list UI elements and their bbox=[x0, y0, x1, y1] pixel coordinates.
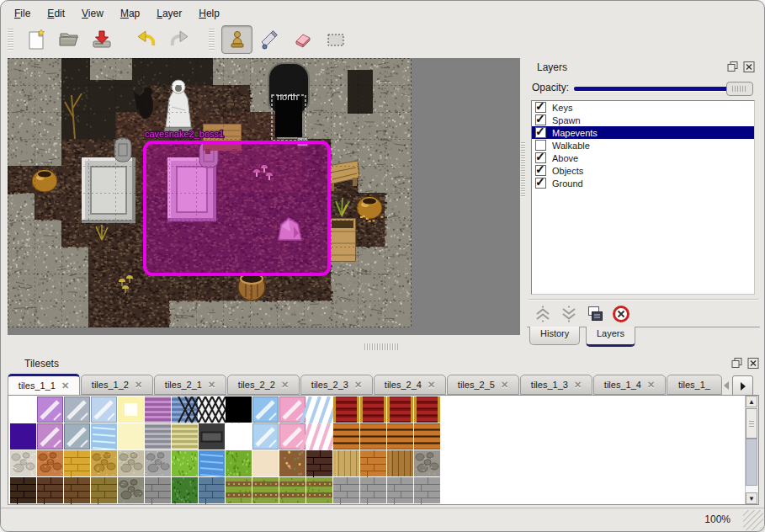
tileset-tab[interactable]: tiles_1_ bbox=[667, 375, 722, 395]
tileset-tab[interactable]: tiles_1_4✕ bbox=[593, 375, 666, 395]
tileset-tab[interactable]: tiles_1_3✕ bbox=[520, 375, 592, 395]
tileset-palette[interactable]: ▲ ▼ bbox=[8, 395, 759, 505]
divider bbox=[529, 299, 758, 301]
tab-close-icon[interactable]: ✕ bbox=[354, 380, 362, 391]
opacity-slider-track[interactable] bbox=[574, 87, 752, 91]
tab-layers[interactable]: Layers bbox=[586, 327, 635, 347]
toolbar bbox=[6, 24, 352, 55]
delete-layer-button[interactable] bbox=[610, 303, 632, 324]
layer-checkbox[interactable] bbox=[535, 178, 546, 189]
save-map-button[interactable] bbox=[86, 25, 117, 54]
menu-layer[interactable]: Layer bbox=[148, 5, 190, 22]
tileset-tab-bar: tiles_1_1✕ tiles_1_2✕ tiles_2_1✕ tiles_2… bbox=[8, 374, 759, 395]
undo-icon bbox=[135, 29, 157, 51]
tileset-tab-label: tiles_1_3 bbox=[531, 380, 568, 390]
tab-close-icon[interactable]: ✕ bbox=[61, 380, 69, 391]
tileset-tab-label: tiles_1_ bbox=[678, 380, 710, 390]
toolbar-grip[interactable] bbox=[209, 29, 215, 51]
zoom-level-label: 100% bbox=[704, 513, 730, 525]
map-canvas[interactable] bbox=[8, 58, 412, 327]
scrollbar-page-region[interactable] bbox=[746, 439, 757, 486]
layer-row[interactable]: Objects bbox=[532, 164, 754, 177]
open-map-button[interactable] bbox=[53, 25, 84, 54]
new-file-icon bbox=[25, 29, 47, 51]
select-tool-icon bbox=[325, 29, 347, 51]
scroll-tabs-left-button[interactable] bbox=[721, 380, 731, 391]
tab-close-icon[interactable]: ✕ bbox=[647, 380, 655, 391]
close-panel-icon[interactable] bbox=[747, 358, 759, 369]
map-viewport[interactable] bbox=[8, 58, 520, 335]
layers-list[interactable]: Keys Spawn Mapevents Walkable Above Obje… bbox=[531, 100, 755, 295]
splitter-grip[interactable] bbox=[364, 343, 398, 350]
vertical-splitter[interactable] bbox=[520, 58, 527, 335]
tab-close-icon[interactable]: ✕ bbox=[135, 380, 142, 391]
tileset-tab-label: tiles_1_2 bbox=[92, 380, 129, 390]
fill-tool-button[interactable] bbox=[254, 25, 285, 54]
opacity-slider[interactable] bbox=[574, 82, 753, 95]
tileset-palette-canvas[interactable] bbox=[10, 396, 746, 505]
layer-name: Ground bbox=[552, 178, 583, 189]
tileset-tab[interactable]: tiles_2_1✕ bbox=[154, 375, 226, 395]
duplicate-layer-button[interactable] bbox=[584, 303, 606, 324]
tileset-tab[interactable]: tiles_1_2✕ bbox=[81, 375, 153, 395]
tileset-tab[interactable]: tiles_2_3✕ bbox=[300, 375, 373, 395]
tileset-tab[interactable]: tiles_2_5✕ bbox=[447, 375, 519, 395]
panel-bottom-tabs: History Layers bbox=[527, 327, 760, 348]
scroll-left-icon bbox=[722, 380, 730, 391]
menu-edit[interactable]: Edit bbox=[39, 5, 73, 22]
layer-row[interactable]: Walkable bbox=[532, 139, 754, 152]
select-tool-button[interactable] bbox=[320, 25, 351, 54]
close-panel-icon[interactable] bbox=[743, 61, 755, 72]
layer-row[interactable]: Spawn bbox=[532, 114, 754, 126]
opacity-slider-handle[interactable] bbox=[726, 82, 753, 96]
layers-panel: Layers Opacity: Keys Spawn Mapevents Wal… bbox=[527, 58, 760, 347]
layer-checkbox[interactable] bbox=[535, 127, 546, 138]
tilesets-panel: Tilesets tiles_1_1✕ tiles_1_2✕ tiles_2_1… bbox=[4, 354, 762, 508]
layer-row[interactable]: Above bbox=[532, 152, 754, 164]
raise-layer-button[interactable] bbox=[532, 303, 554, 324]
palette-scrollbar[interactable]: ▲ ▼ bbox=[745, 396, 758, 504]
tileset-tab-label: tiles_2_1 bbox=[165, 380, 202, 390]
tileset-tab[interactable]: tiles_1_1✕ bbox=[8, 374, 80, 396]
tileset-tab[interactable]: tiles_2_2✕ bbox=[227, 375, 300, 395]
layer-row[interactable]: Keys bbox=[532, 101, 754, 114]
layer-name: Keys bbox=[552, 103, 572, 113]
menu-map[interactable]: Map bbox=[112, 5, 148, 22]
chevron-down-icon bbox=[560, 305, 578, 323]
scroll-up-icon[interactable]: ▲ bbox=[746, 396, 757, 407]
tab-close-icon[interactable]: ✕ bbox=[281, 380, 289, 391]
float-panel-icon[interactable] bbox=[731, 358, 743, 369]
splitter-grip[interactable] bbox=[521, 142, 525, 198]
scrollbar-thumb[interactable] bbox=[746, 408, 757, 439]
fill-tool-icon bbox=[259, 29, 281, 51]
tab-close-icon[interactable]: ✕ bbox=[574, 380, 582, 391]
menu-view[interactable]: View bbox=[73, 5, 112, 22]
tileset-tab[interactable]: tiles_2_4✕ bbox=[374, 375, 446, 395]
new-map-button[interactable] bbox=[20, 25, 51, 54]
resize-grip-icon[interactable] bbox=[743, 510, 763, 530]
menu-file[interactable]: File bbox=[6, 5, 39, 22]
layer-row[interactable]: Mapevents bbox=[532, 126, 754, 139]
layer-row[interactable]: Ground bbox=[532, 177, 754, 189]
opacity-label: Opacity: bbox=[532, 82, 569, 93]
redo-button[interactable] bbox=[163, 25, 194, 54]
lower-layer-button[interactable] bbox=[558, 303, 580, 324]
undo-button[interactable] bbox=[130, 25, 162, 54]
tileset-tab-label: tiles_2_3 bbox=[311, 380, 348, 390]
stamp-tool-button[interactable] bbox=[221, 25, 252, 54]
toolbar-grip[interactable] bbox=[8, 29, 13, 51]
tab-close-icon[interactable]: ✕ bbox=[428, 380, 435, 391]
status-bar: 100% bbox=[1, 508, 764, 531]
layer-name: Walkable bbox=[552, 141, 590, 151]
menu-help[interactable]: Help bbox=[190, 5, 228, 22]
tab-close-icon[interactable]: ✕ bbox=[208, 380, 215, 391]
horizontal-splitter[interactable] bbox=[8, 338, 520, 351]
tab-history[interactable]: History bbox=[529, 327, 580, 345]
scroll-down-icon[interactable]: ▼ bbox=[746, 492, 757, 504]
layer-name: Spawn bbox=[552, 115, 581, 125]
eraser-tool-button[interactable] bbox=[287, 25, 318, 54]
float-panel-icon[interactable] bbox=[727, 61, 739, 72]
layers-panel-title: Layers bbox=[537, 61, 567, 73]
tab-close-icon[interactable]: ✕ bbox=[501, 380, 508, 391]
duplicate-icon bbox=[586, 305, 604, 323]
